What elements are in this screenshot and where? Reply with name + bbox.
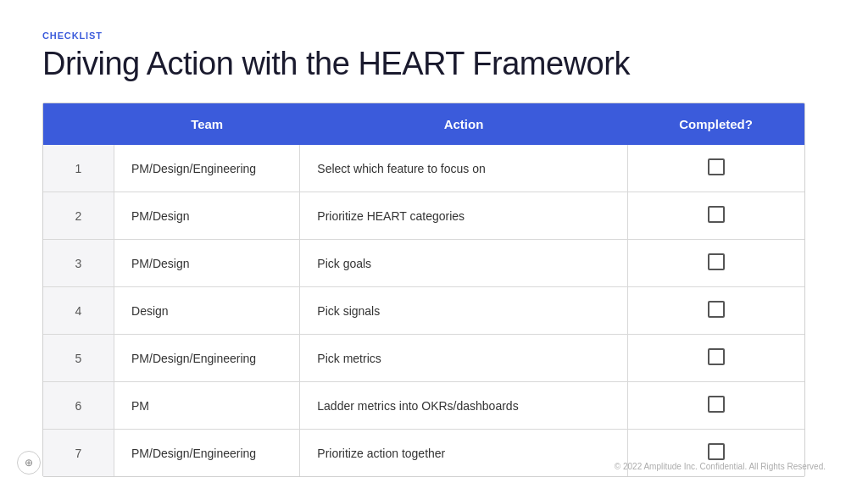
page-title: Driving Action with the HEART Framework (42, 46, 826, 82)
row-action: Select which feature to focus on (300, 145, 627, 192)
row-completed[interactable] (627, 382, 804, 430)
row-action: Ladder metrics into OKRs/dashboards (300, 382, 627, 430)
table-row: 3PM/DesignPick goals (43, 240, 804, 287)
checkbox-icon[interactable] (708, 301, 725, 318)
row-team: PM/Design (114, 192, 300, 240)
checklist-table: Team Action Completed? 1PM/Design/Engine… (43, 103, 804, 476)
row-num: 2 (43, 192, 114, 240)
row-num: 7 (43, 430, 114, 477)
row-completed[interactable] (627, 240, 804, 287)
table-row: 5PM/Design/EngineeringPick metrics (43, 335, 804, 382)
checkbox-icon[interactable] (708, 206, 725, 223)
table-header-row: Team Action Completed? (43, 103, 804, 145)
row-completed[interactable] (627, 335, 804, 382)
row-completed[interactable] (627, 145, 804, 192)
row-action: Pick signals (300, 287, 627, 335)
row-completed[interactable] (627, 192, 804, 240)
row-action: Prioritize HEART categories (300, 192, 627, 240)
row-team: PM/Design/Engineering (114, 335, 300, 382)
row-completed[interactable] (627, 287, 804, 335)
checkbox-icon[interactable] (708, 443, 725, 460)
row-team: PM (114, 382, 300, 430)
row-action: Pick goals (300, 240, 627, 287)
row-team: PM/Design/Engineering (114, 430, 300, 477)
footer-text: © 2022 Amplitude Inc. Confidential. All … (615, 462, 826, 471)
table-body: 1PM/Design/EngineeringSelect which featu… (43, 145, 804, 476)
table-row: 6PMLadder metrics into OKRs/dashboards (43, 382, 804, 430)
row-action: Pick metrics (300, 335, 627, 382)
page-container: CHECKLIST Driving Action with the HEART … (0, 0, 868, 483)
row-num: 4 (43, 287, 114, 335)
col-header-completed: Completed? (627, 103, 804, 145)
col-header-action: Action (300, 103, 627, 145)
table-row: 2PM/DesignPrioritize HEART categories (43, 192, 804, 240)
checkbox-icon[interactable] (708, 396, 725, 413)
checklist-table-wrapper: Team Action Completed? 1PM/Design/Engine… (42, 103, 805, 477)
row-num: 5 (43, 335, 114, 382)
row-num: 3 (43, 240, 114, 287)
col-header-team: Team (114, 103, 300, 145)
row-team: PM/Design (114, 240, 300, 287)
row-action: Prioritize action together (300, 430, 627, 477)
checkbox-icon[interactable] (708, 348, 725, 365)
checkbox-icon[interactable] (708, 253, 725, 270)
col-header-num (43, 103, 114, 145)
row-team: PM/Design/Engineering (114, 145, 300, 192)
checklist-label: CHECKLIST (42, 31, 826, 41)
row-num: 1 (43, 145, 114, 192)
row-num: 6 (43, 382, 114, 430)
table-row: 4DesignPick signals (43, 287, 804, 335)
table-row: 1PM/Design/EngineeringSelect which featu… (43, 145, 804, 192)
row-team: Design (114, 287, 300, 335)
checkbox-icon[interactable] (708, 158, 725, 175)
amplitude-logo: ⊕ (17, 451, 41, 475)
